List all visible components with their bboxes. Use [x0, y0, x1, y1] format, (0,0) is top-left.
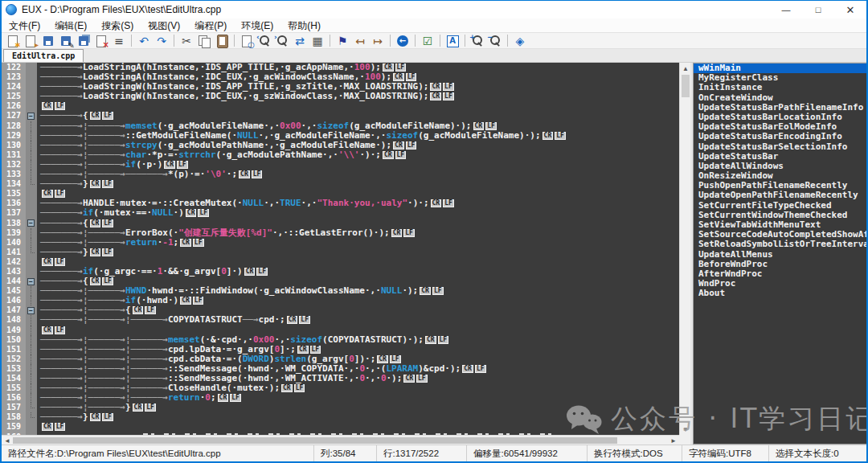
fold-margin[interactable] [26, 422, 37, 432]
symbol-item-about[interactable]: About [694, 289, 866, 298]
find-button[interactable]: ○ [238, 33, 256, 49]
menu-item-2[interactable]: 搜索(S) [94, 18, 141, 33]
file-list-button[interactable]: ≡ [110, 33, 128, 49]
menu-item-5[interactable]: 环境(E) [234, 18, 280, 33]
fold-margin[interactable] [26, 72, 37, 82]
fold-margin[interactable] [26, 121, 37, 131]
symbol-item-wwinmain[interactable]: wWinMain [694, 64, 866, 73]
symbol-item-updatestatusbarselectioninfo[interactable]: UpdateStatusBarSelectionInfo [694, 142, 866, 152]
fold-margin[interactable] [26, 228, 37, 238]
copy-button[interactable] [195, 33, 213, 49]
fold-margin[interactable]: − [26, 219, 37, 228]
new-file-button[interactable]: ∗ [4, 33, 22, 49]
symbol-item-updatestatusbarlocationinfo[interactable]: UpdateStatusBarLocationInfo [694, 113, 866, 122]
symbol-item-setcurrentwindowthemechecked[interactable]: SetCurrentWindowThemeChecked [694, 211, 866, 220]
fold-collapse-icon[interactable]: − [27, 278, 35, 285]
fold-margin[interactable] [26, 160, 37, 170]
symbol-item-myregisterclass[interactable]: MyRegisterClass [694, 73, 866, 83]
fold-margin[interactable] [26, 286, 37, 296]
fold-margin[interactable] [26, 315, 37, 325]
editor-horizontal-scrollbar[interactable]: ◄ ► [2, 435, 679, 445]
zoom-out-button[interactable]: − [486, 33, 504, 49]
tab-editultra-cpp[interactable]: EditUltra.cpp [3, 49, 84, 62]
close-button[interactable]: ✕ [834, 1, 866, 18]
symbol-item-updatestatusbarpathfilenameinfo[interactable]: UpdateStatusBarPathFilenameInfo [694, 103, 866, 113]
fold-margin[interactable] [26, 326, 37, 335]
fold-margin[interactable] [26, 364, 37, 374]
symbol-item-setviewtabwidthmenutext[interactable]: SetViewTabWidthMenuText [694, 220, 866, 230]
bookmark-button[interactable]: ⚑ [334, 33, 351, 49]
symbol-item-beforewndproc[interactable]: BeforeWndProc [694, 260, 866, 269]
fold-margin[interactable] [26, 403, 37, 412]
next-bookmark-button[interactable]: ↦ [369, 33, 387, 49]
menu-item-3[interactable]: 视图(V) [141, 18, 187, 33]
symbol-item-updateallwindows[interactable]: UpdateAllWindows [694, 162, 866, 171]
maximize-button[interactable]: □ [802, 1, 834, 18]
symbol-item-wndproc[interactable]: WndProc [694, 279, 866, 289]
zoom-in-button[interactable]: + [469, 33, 486, 49]
fold-margin[interactable]: − [26, 111, 37, 121]
symbol-item-updatestatusbareolmodeinfo[interactable]: UpdateStatusBarEolModeInfo [694, 122, 866, 132]
syntax-theme-button[interactable]: A [444, 33, 461, 49]
scroll-down-arrow-icon[interactable]: ▼ [680, 424, 691, 435]
fold-margin[interactable] [26, 267, 37, 277]
open-file-button[interactable]: ▸ [22, 33, 39, 49]
previous-bookmark-button[interactable]: ↤ [351, 33, 369, 49]
minimize-button[interactable]: — [770, 1, 802, 18]
redo-button[interactable]: ↷ [153, 33, 170, 49]
fold-margin[interactable] [26, 354, 37, 364]
fold-collapse-icon[interactable]: − [27, 307, 35, 314]
fold-margin[interactable] [26, 238, 37, 248]
save-file-button[interactable] [39, 33, 57, 49]
fold-margin[interactable] [26, 383, 37, 393]
symbol-item-updateallmenus[interactable]: UpdateAllMenus [694, 250, 866, 260]
fold-collapse-icon[interactable]: − [27, 113, 35, 120]
fold-margin[interactable] [26, 257, 37, 267]
about-button[interactable]: ◈ [511, 33, 529, 49]
fold-margin[interactable] [26, 412, 37, 422]
fold-collapse-icon[interactable]: − [27, 219, 35, 227]
fold-margin[interactable] [26, 82, 37, 92]
save-all-button[interactable] [75, 33, 92, 49]
menu-item-4[interactable]: 编程(P) [187, 18, 234, 33]
symbol-item-setreloadsymbollistortreeintervalme[interactable]: SetReloadSymbolListOrTreeIntervalMe [694, 240, 866, 249]
code-editor[interactable]: 122───────→LoadStringA(hInstance,·IDS_AP… [2, 63, 679, 435]
menu-item-1[interactable]: 编辑(E) [47, 18, 94, 33]
symbol-list-button[interactable]: ☑ [419, 33, 436, 49]
save-file-as-button[interactable]: ✎ [57, 33, 75, 49]
menu-item-0[interactable]: 文件(F) [2, 18, 47, 33]
scroll-up-arrow-icon[interactable]: ▲ [680, 63, 691, 74]
fold-margin[interactable] [26, 208, 37, 218]
symbol-item-updateopenpathfilenamerecently[interactable]: UpdateOpenPathFilenameRecently [694, 191, 866, 200]
fold-margin[interactable]: − [26, 305, 37, 315]
symbol-item-oncreatewindow[interactable]: OnCreateWindow [694, 93, 866, 103]
replace-button[interactable]: ⇄ [291, 33, 309, 49]
find-previous-button[interactable]: ‹ [256, 33, 273, 49]
fold-margin[interactable]: − [26, 277, 37, 286]
find-next-button[interactable]: › [273, 33, 291, 49]
horizontal-scroll-thumb[interactable] [13, 437, 617, 444]
fold-margin[interactable] [26, 345, 37, 354]
fold-margin[interactable] [26, 189, 37, 199]
fold-margin[interactable] [26, 63, 37, 72]
fold-margin[interactable] [26, 150, 37, 160]
symbol-item-pushopenpathfilenamerecently[interactable]: PushOpenPathFilenameRecently [694, 181, 866, 191]
close-file-button[interactable]: × [92, 33, 110, 49]
paste-button[interactable] [213, 33, 231, 49]
vertical-scroll-thumb[interactable] [682, 75, 690, 97]
editor-vertical-scrollbar[interactable]: ▲ ▼ [679, 63, 690, 435]
symbol-item-updatestatusbar[interactable]: UpdateStatusBar [694, 152, 866, 162]
symbol-item-initinstance[interactable]: InitInstance [694, 83, 866, 92]
fold-margin[interactable] [26, 374, 37, 383]
cut-button[interactable]: ✂ [178, 33, 195, 49]
fold-margin[interactable] [26, 296, 37, 305]
symbol-item-afterwndproc[interactable]: AfterWndProc [694, 269, 866, 279]
symbol-item-setcurrentfiletypechecked[interactable]: SetCurrentFileTypeChecked [694, 201, 866, 211]
symbol-item-setsourcecodeautocompletedshowafter[interactable]: SetSourceCodeAutoCompletedShowAfter [694, 230, 866, 240]
fold-margin[interactable] [26, 141, 37, 150]
fold-margin[interactable] [26, 101, 37, 111]
symbol-item-onresizewindow[interactable]: OnResizeWindow [694, 171, 866, 181]
fold-margin[interactable] [26, 248, 37, 257]
menu-item-6[interactable]: 帮助(H) [280, 18, 328, 33]
fold-margin[interactable] [26, 92, 37, 101]
